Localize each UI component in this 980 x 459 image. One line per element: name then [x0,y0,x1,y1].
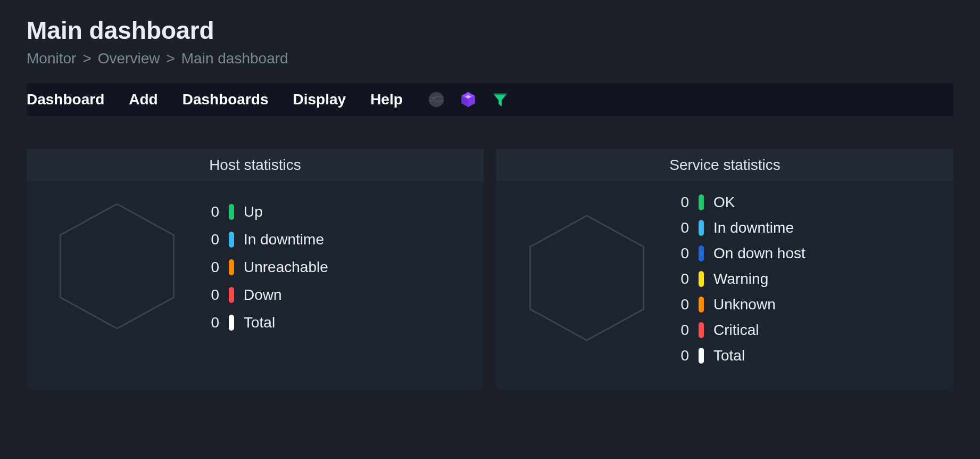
host-statistics-panel: Host statistics 0 Up 0 I [27,149,484,389]
svg-point-1 [432,97,436,100]
host-legend: 0 Up 0 In downtime 0 Unreachable [207,203,328,331]
host-downtime-label: In downtime [244,231,324,248]
chevron-right-icon: > [82,50,91,67]
menu-dashboard[interactable]: Dashboard [27,91,104,108]
host-legend-downtime[interactable]: 0 In downtime [207,231,328,248]
service-downtime-label: In downtime [713,219,794,236]
host-legend-total[interactable]: 0 Total [207,314,328,331]
breadcrumb-monitor[interactable]: Monitor [27,50,76,67]
status-swatch [229,232,234,248]
service-ok-label: OK [713,194,735,211]
status-swatch [699,297,704,313]
page-title: Main dashboard [27,16,953,45]
service-legend-critical[interactable]: 0 Critical [677,322,805,339]
host-unreachable-label: Unreachable [244,259,328,276]
service-legend-downtime[interactable]: 0 In downtime [677,219,805,236]
host-legend-down[interactable]: 0 Down [207,286,328,304]
service-unknown-count: 0 [677,296,689,313]
svg-marker-7 [493,94,507,95]
host-legend-unreachable[interactable]: 0 Unreachable [207,259,328,276]
svg-point-0 [429,92,444,107]
service-downtime-count: 0 [677,219,689,236]
service-critical-label: Critical [713,322,759,339]
status-swatch [229,259,234,275]
status-swatch [699,220,704,236]
status-swatch [699,194,704,210]
chevron-right-icon: > [166,50,175,67]
host-up-count: 0 [207,203,219,220]
breadcrumb: Monitor > Overview > Main dashboard [27,50,953,67]
status-swatch [699,348,704,364]
service-legend-ok[interactable]: 0 OK [677,194,805,211]
svg-marker-9 [530,216,643,340]
service-legend-ondownhost[interactable]: 0 On down host [677,245,805,262]
status-swatch [229,315,234,331]
service-warning-label: Warning [713,271,768,288]
service-unknown-label: Unknown [713,296,776,313]
svg-marker-8 [60,204,173,329]
menu-dashboards[interactable]: Dashboards [182,91,269,108]
toolbar: Dashboard Add Dashboards Display Help [27,83,953,116]
status-swatch [699,245,704,261]
service-hexagon-chart [518,209,656,349]
service-statistics-panel: Service statistics 0 OK 0 [496,149,953,389]
host-down-count: 0 [207,286,219,304]
status-swatch [229,287,234,303]
globe-icon[interactable] [427,91,445,109]
host-total-count: 0 [207,314,219,331]
status-swatch [699,271,704,287]
menu-help[interactable]: Help [370,91,403,108]
service-ondownhost-count: 0 [677,245,689,262]
breadcrumb-overview[interactable]: Overview [98,50,160,67]
service-legend-unknown[interactable]: 0 Unknown [677,296,805,313]
service-statistics-title: Service statistics [496,149,953,181]
service-ondownhost-label: On down host [713,245,805,262]
status-swatch [699,322,704,338]
breadcrumb-current: Main dashboard [181,50,288,67]
service-ok-count: 0 [677,194,689,211]
service-warning-count: 0 [677,271,689,288]
cube-icon[interactable] [459,91,477,109]
service-critical-count: 0 [677,322,689,339]
service-total-label: Total [713,347,745,364]
svg-marker-6 [493,94,507,106]
host-down-label: Down [244,286,282,304]
service-legend: 0 OK 0 In downtime 0 On down host [677,194,805,364]
menu-display[interactable]: Display [293,91,346,108]
host-hexagon-chart [48,197,186,338]
host-total-label: Total [244,314,275,331]
filter-icon[interactable] [491,91,509,109]
host-up-label: Up [244,203,263,220]
host-unreachable-count: 0 [207,259,219,276]
host-statistics-title: Host statistics [27,149,484,181]
dashboard-content: Host statistics 0 Up 0 I [27,149,953,389]
menu-add[interactable]: Add [129,91,157,108]
service-total-count: 0 [677,347,689,364]
host-legend-up[interactable]: 0 Up [207,203,328,220]
host-downtime-count: 0 [207,231,219,248]
service-legend-warning[interactable]: 0 Warning [677,271,805,288]
status-swatch [229,204,234,220]
service-legend-total[interactable]: 0 Total [677,347,805,364]
